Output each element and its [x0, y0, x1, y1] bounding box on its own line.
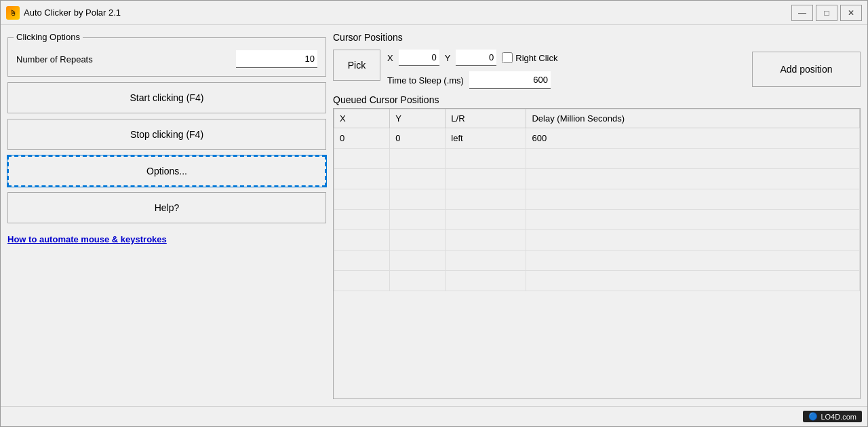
bottom-bar: 🔵 LO4D.com: [1, 406, 867, 426]
automate-link[interactable]: How to automate mouse & keystrokes: [7, 234, 326, 244]
table-cell: [390, 149, 446, 169]
sleep-row: Time to Sleep (.ms): [387, 71, 745, 89]
table-row[interactable]: [334, 210, 860, 230]
repeats-input[interactable]: [236, 50, 317, 68]
table-cell: [446, 189, 526, 210]
table-cell: [446, 149, 526, 169]
table-cell: [390, 169, 446, 189]
cursor-positions-section: Cursor Positions Pick X Y: [333, 32, 861, 89]
table-cell: [526, 189, 860, 210]
table-cell: [390, 189, 446, 210]
col-x-header: X: [334, 109, 390, 128]
table-cell: [334, 250, 390, 271]
queued-section: Queued Cursor Positions X Y L/R Delay (M…: [333, 94, 861, 399]
table-cell: [334, 210, 390, 230]
left-panel: Clicking Options Number of Repeats Start…: [7, 32, 326, 399]
table-cell: [446, 271, 526, 291]
table-cell: [526, 230, 860, 250]
title-bar: 🖱 Auto Clicker by Polar 2.1 — □ ✕: [1, 1, 867, 25]
table-cell: [334, 169, 390, 189]
badge-icon: 🔵: [808, 412, 818, 421]
sleep-label: Time to Sleep (.ms): [387, 75, 464, 86]
table-cell: [390, 230, 446, 250]
y-label: Y: [445, 53, 451, 63]
options-button[interactable]: Options...: [7, 155, 326, 187]
right-panel: Cursor Positions Pick X Y: [333, 32, 861, 399]
table-cell: [446, 169, 526, 189]
main-window: 🖱 Auto Clicker by Polar 2.1 — □ ✕ Clicki…: [0, 0, 868, 427]
x-input[interactable]: [399, 50, 439, 66]
table-cell: [446, 210, 526, 230]
help-button[interactable]: Help?: [7, 192, 326, 223]
table-row[interactable]: [334, 230, 860, 250]
table-row[interactable]: 00left600: [334, 128, 860, 149]
positions-table-container: X Y L/R Delay (Million Seconds) 00left60…: [333, 108, 861, 399]
table-row[interactable]: [334, 149, 860, 169]
cursor-positions-label: Cursor Positions: [333, 32, 861, 43]
xy-row: X Y Right Click: [387, 50, 745, 66]
table-row[interactable]: [334, 250, 860, 271]
app-icon: 🖱: [6, 6, 20, 20]
right-click-checkbox[interactable]: [502, 52, 513, 63]
table-row[interactable]: [334, 169, 860, 189]
table-row[interactable]: [334, 189, 860, 210]
table-cell: [526, 169, 860, 189]
stop-clicking-button[interactable]: Stop clicking (F4): [7, 119, 326, 150]
table-cell: [390, 210, 446, 230]
clicking-options-label: Clicking Options: [14, 32, 83, 42]
table-cell: 0: [390, 128, 446, 149]
table-cell: [334, 189, 390, 210]
col-lr-header: L/R: [446, 109, 526, 128]
maximize-button[interactable]: □: [816, 5, 837, 21]
minimize-button[interactable]: —: [791, 5, 813, 21]
right-click-label[interactable]: Right Click: [502, 52, 557, 63]
table-cell: [526, 210, 860, 230]
table-cell: [334, 271, 390, 291]
repeats-label: Number of Repeats: [16, 54, 93, 64]
table-cell: [526, 250, 860, 271]
window-title: Auto Clicker by Polar 2.1: [24, 7, 791, 18]
positions-table: X Y L/R Delay (Million Seconds) 00left60…: [334, 109, 860, 291]
table-cell: [334, 230, 390, 250]
queued-label: Queued Cursor Positions: [333, 94, 861, 105]
window-controls: — □ ✕: [791, 5, 862, 21]
table-cell: [390, 250, 446, 271]
repeats-row: Number of Repeats: [16, 50, 317, 68]
coords-sleep-area: X Y Right Click Time to Sleep (.ms): [387, 50, 745, 89]
col-y-header: Y: [390, 109, 446, 128]
start-clicking-button[interactable]: Start clicking (F4): [7, 82, 326, 113]
x-label: X: [387, 53, 393, 63]
add-position-button[interactable]: Add position: [752, 52, 861, 87]
table-cell: [446, 230, 526, 250]
table-cell: [526, 271, 860, 291]
table-cell: left: [446, 128, 526, 149]
lo4d-badge: 🔵 LO4D.com: [803, 411, 862, 422]
table-cell: [526, 149, 860, 169]
y-input[interactable]: [456, 50, 496, 66]
badge-text: LO4D.com: [821, 413, 856, 421]
pick-button[interactable]: Pick: [333, 50, 380, 81]
sleep-input[interactable]: [469, 71, 551, 89]
table-row[interactable]: [334, 271, 860, 291]
table-cell: 0: [334, 128, 390, 149]
table-header-row: X Y L/R Delay (Million Seconds): [334, 109, 860, 128]
table-cell: 600: [526, 128, 860, 149]
table-cell: [390, 271, 446, 291]
table-cell: [446, 250, 526, 271]
col-delay-header: Delay (Million Seconds): [526, 109, 860, 128]
main-content: Clicking Options Number of Repeats Start…: [1, 25, 867, 406]
close-button[interactable]: ✕: [840, 5, 862, 21]
clicking-options-group: Clicking Options Number of Repeats: [7, 37, 326, 77]
table-cell: [334, 149, 390, 169]
